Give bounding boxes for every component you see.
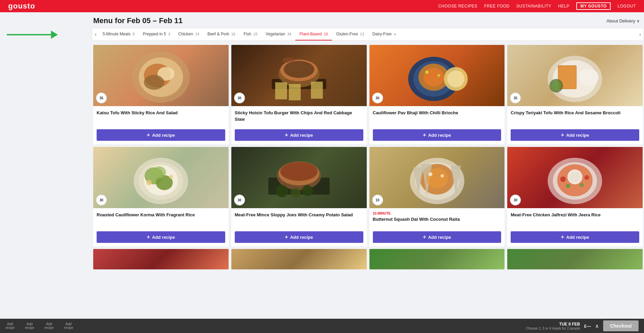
header: gousto CHOOSE RECIPES FREE FOOD SUSTAINA… [0,0,644,12]
svg-point-42 [302,185,313,196]
recipe-grid-partial [92,248,644,271]
add-recipe-jalfrezi[interactable]: + Add recipe [511,231,639,243]
add-recipe-katsu[interactable]: + Add recipe [97,129,225,141]
filter-tab-dairy-free[interactable]: Dairy-Free ∨ [368,28,400,40]
recipe-image-p2 [231,249,367,269]
main-nav: CHOOSE RECIPES FREE FOOD SUSTAINABILITY … [438,2,636,10]
svg-point-12 [283,57,295,63]
bottom-bar: Add recipe Add recipe Add recipe Add rec… [0,319,644,333]
add-recipe-korma[interactable]: + Add recipe [97,231,225,243]
bottom-label-2: Add recipe [25,322,34,330]
recipe-img-svg [93,147,229,208]
recipe-time-korma: 30 [96,195,107,205]
arrow-head [51,31,58,39]
main-area: Menu for Feb 05 – Feb 11 About Delivery … [92,12,644,271]
recipe-title-korma: Roasted Cauliflower Korma With Fragrant … [97,212,195,217]
svg-point-58 [584,175,589,180]
filter-tab-beef-pork[interactable]: Beef & Pork 16 [203,28,240,40]
page-content: Menu for Feb 05 – Feb 11 About Delivery … [0,12,644,271]
menu-title: Menu for Feb 05 – Feb 11 [93,16,183,25]
recipe-info-hoisin: Sticky Hoisin Tofu Burger With Chips And… [231,106,367,127]
left-sidebar [0,12,92,271]
filter-tab-prepped[interactable]: Prepped in 5 3 [139,28,174,40]
bottom-label-1: Add recipe [5,322,15,330]
filter-tab-fish[interactable]: Fish 15 [240,28,262,40]
recipe-card-hoisin: 30 Sticky Hoisin Tofu Burger With Chips … [231,45,367,144]
bottom-expand-icon[interactable]: ∧ [595,323,599,329]
recipe-img-svg [507,147,643,208]
bottom-date-info: TUE 8 FEB Choose 2, 3 or 4 meals for 2 p… [526,322,580,330]
svg-point-57 [560,177,566,182]
filter-tab-5min[interactable]: 5-Minute Meals 8 [99,28,139,40]
recipe-time-hoisin: 30 [234,93,245,103]
bottom-label-4: Add recipe [64,322,73,330]
nav-logout[interactable]: LOGOUT [617,4,636,9]
filter-tab-vegetarian[interactable]: Vegetarian 34 [262,28,296,40]
recipe-title-pav: Cauliflower Pav Bhaji With Chilli Brioch… [373,110,458,115]
bottom-price: £— [584,323,591,329]
recipe-time-teriyaki: 35 [510,93,521,103]
recipe-card-p1 [93,249,229,269]
recipe-card-korma: 30 Roasted Cauliflower Korma With Fragra… [93,147,229,246]
arrow-shaft [7,34,51,35]
add-recipe-sloppy[interactable]: + Add recipe [235,231,363,243]
about-delivery[interactable]: About Delivery ∨ [607,18,640,23]
svg-point-60 [580,183,584,187]
add-recipe-pav[interactable]: + Add recipe [373,129,501,141]
recipe-tag-dal: 10-MINUTE [373,212,501,215]
recipe-info-katsu: Katsu Tofu With Sticky Rice And Salad [93,106,229,127]
recipe-card-p3 [369,249,505,269]
recipe-info-korma: Roasted Cauliflower Korma With Fragrant … [93,208,229,229]
svg-rect-11 [311,82,323,99]
recipe-title-katsu: Katsu Tofu With Sticky Rice And Salad [97,110,178,115]
recipe-time-sloppy: 30 [234,195,245,205]
svg-point-35 [169,175,173,179]
add-recipe-teriyaki[interactable]: + Add recipe [511,129,639,141]
filter-scroll-left[interactable]: ‹ [93,28,99,40]
nav-help[interactable]: HELP [558,4,569,9]
svg-point-27 [551,81,561,90]
recipe-info-teriyaki: Crispy Teriyaki Tofu With Rice And Sesam… [507,106,643,127]
recipe-card-katsu: 35 Katsu Tofu With Sticky Rice And Salad… [93,45,229,144]
nav-free-food[interactable]: FREE FOOD [484,4,510,9]
recipe-time-pav: 30 [372,93,383,103]
bottom-add-labels: Add recipe Add recipe Add recipe Add rec… [5,322,73,330]
recipe-image-pav: 30 [369,45,505,106]
recipe-title-hoisin: Sticky Hoisin Tofu Burger With Chips And… [235,110,352,122]
filter-tab-chicken[interactable]: Chicken 14 [174,28,203,40]
logo: gousto [8,2,35,11]
recipe-card-jalfrezi: 30 Meat-Free Chicken Jalfrezi With Jeera… [507,147,643,246]
svg-point-20 [437,74,440,77]
filter-scroll-right[interactable]: › [637,28,643,40]
recipe-img-svg [231,45,367,106]
nav-sustainability[interactable]: SUSTAINABILITY [516,4,551,9]
svg-point-4 [144,75,164,90]
recipe-image-p4 [507,249,643,269]
svg-point-40 [276,185,288,197]
menu-title-row: Menu for Feb 05 – Feb 11 About Delivery … [92,12,644,28]
recipe-img-svg [507,45,643,106]
svg-point-33 [152,166,166,179]
recipe-image-dal: 10 [369,147,505,208]
recipe-card-teriyaki: 35 Crispy Teriyaki Tofu With Rice And Se… [507,45,643,144]
checkout-button[interactable]: Checkout [603,320,639,331]
recipe-time-dal: 10 [372,195,383,205]
recipe-image-jalfrezi: 30 [507,147,643,208]
add-recipe-hoisin[interactable]: + Add recipe [235,129,363,141]
recipe-time-katsu: 35 [96,93,107,103]
recipe-image-p1 [93,249,229,269]
recipe-image-korma: 30 [93,147,229,208]
filter-tabs: ‹ 5-Minute Meals 8 Prepped in 5 3 Chicke… [92,28,644,41]
recipe-img-svg [231,147,367,208]
svg-point-50 [428,172,432,176]
recipe-image-katsu: 35 [93,45,229,106]
filter-tab-gluten-free[interactable]: Gluten-Free 13 [332,28,368,40]
nav-choose-recipes[interactable]: CHOOSE RECIPES [438,4,477,9]
recipe-card-pav: 30 Cauliflower Pav Bhaji With Chilli Bri… [369,45,505,144]
nav-my-gousto[interactable]: MY GOUSTO [576,2,611,10]
green-arrow-indicator [7,31,58,39]
add-recipe-dal[interactable]: + Add recipe [373,231,501,243]
filter-tab-plant-based[interactable]: Plant-Based 15 [295,28,332,40]
svg-rect-9 [275,82,287,99]
recipe-image-p3 [369,249,505,269]
